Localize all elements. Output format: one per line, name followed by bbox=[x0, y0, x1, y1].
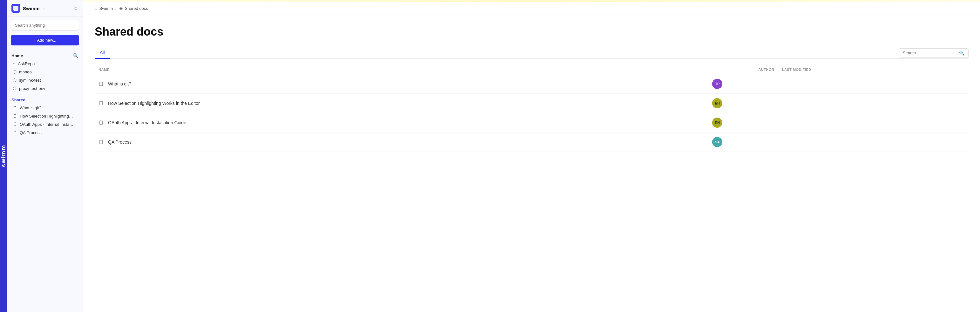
breadcrumb-home-label: Swimm bbox=[99, 6, 113, 11]
breadcrumb-home[interactable]: ⌂ Swimm bbox=[95, 6, 113, 11]
logo-area[interactable]: Swimm ⌄ bbox=[11, 4, 45, 13]
docs-search-input[interactable] bbox=[903, 51, 956, 55]
search-input[interactable] bbox=[11, 20, 79, 30]
sidebar-item-proxy-test-env[interactable]: ⬡ proxy-test-env bbox=[11, 84, 78, 92]
doc-author-cell: EH bbox=[657, 113, 778, 132]
sidebar-item-qa-process-label: QA Process bbox=[20, 130, 41, 135]
collapse-sidebar-button[interactable]: « bbox=[73, 4, 78, 13]
accent-bar-text: swimm bbox=[0, 145, 7, 167]
sidebar-header: Swimm ⌄ « bbox=[7, 0, 83, 17]
sidebar-item-mongo[interactable]: ⬡ mongo bbox=[11, 68, 78, 76]
docs-search-box: 🔍 bbox=[899, 48, 969, 58]
logo-icon bbox=[11, 4, 20, 13]
sidebar-section-home: Home 🔍 ⌂ AskRepo ⬡ mongo ⬡ symlink-test … bbox=[7, 49, 83, 94]
author-avatar: EH bbox=[712, 98, 722, 108]
logo-chevron-icon: ⌄ bbox=[42, 6, 45, 11]
sidebar-item-askrepo-label: AskRepo bbox=[18, 61, 35, 66]
doc-name-cell: 🗒 What is git? bbox=[95, 74, 657, 94]
accent-bar: swimm bbox=[0, 0, 7, 312]
docs-search-icon: 🔍 bbox=[959, 51, 964, 56]
doc-name-cell: 🗒 OAuth Apps - Internal Installation Gui… bbox=[95, 113, 657, 132]
doc-file-icon: 🗒 bbox=[99, 100, 104, 107]
breadcrumb-separator: / bbox=[115, 6, 117, 11]
oauth-apps-icon: 🗒 bbox=[13, 122, 17, 127]
tabs-bar: All 🔍 bbox=[95, 47, 969, 59]
doc-name-cell: 🗒 How Selection Highlighting Works in th… bbox=[95, 94, 657, 113]
logo-icon-inner bbox=[13, 6, 18, 11]
add-new-button[interactable]: + Add new... bbox=[11, 35, 79, 45]
column-header-name: NAME bbox=[95, 65, 657, 74]
sidebar-item-selection-highlighting-label: How Selection Highlighting Works in t... bbox=[20, 114, 74, 118]
author-avatar: TP bbox=[712, 79, 722, 89]
doc-name-label: OAuth Apps - Internal Installation Guide bbox=[108, 120, 186, 125]
doc-name-label: How Selection Highlighting Works in the … bbox=[108, 101, 200, 106]
home-icon: ⌂ bbox=[95, 6, 97, 11]
sidebar-item-symlink-test-label: symlink-test bbox=[19, 78, 41, 83]
column-header-author: AUTHOR bbox=[657, 65, 778, 74]
sidebar-search-container bbox=[11, 20, 79, 30]
sidebar-item-askrepo[interactable]: ⌂ AskRepo bbox=[11, 59, 78, 68]
home-search-icon[interactable]: 🔍 bbox=[73, 53, 78, 58]
doc-author-cell: TP bbox=[657, 74, 778, 94]
askrepo-icon: ⌂ bbox=[13, 61, 15, 66]
sidebar-item-proxy-test-env-label: proxy-test-env bbox=[19, 86, 45, 91]
sidebar-section-shared-title: Shared bbox=[11, 97, 25, 102]
symlink-test-icon: ⬡ bbox=[13, 78, 16, 83]
table-header-row: NAME AUTHOR LAST MODIFIED bbox=[95, 65, 969, 74]
docs-table: NAME AUTHOR LAST MODIFIED 🗒 What is git?… bbox=[95, 65, 969, 152]
table-row[interactable]: 🗒 QA Process SA bbox=[95, 132, 969, 152]
content-area: Shared docs All 🔍 NAME AUTHOR LAST MODIF… bbox=[83, 15, 980, 312]
main-content: ⌂ Swimm / ⊕ Shared docs Shared docs All … bbox=[83, 0, 980, 312]
sidebar-item-qa-process[interactable]: 🗒 QA Process bbox=[11, 128, 78, 137]
doc-author-cell: EH bbox=[657, 94, 778, 113]
page-title: Shared docs bbox=[95, 25, 969, 38]
column-header-last-modified: LAST MODIFIED bbox=[778, 65, 969, 74]
breadcrumb-current-label: Shared docs bbox=[125, 6, 148, 11]
table-row[interactable]: 🗒 OAuth Apps - Internal Installation Gui… bbox=[95, 113, 969, 132]
tabs-left: All bbox=[95, 47, 110, 59]
doc-name-cell: 🗒 QA Process bbox=[95, 132, 657, 152]
sidebar-item-oauth-apps-label: OAuth Apps - Internal Installation Gui..… bbox=[20, 122, 74, 127]
qa-process-icon: 🗒 bbox=[13, 130, 17, 135]
sidebar-section-home-title: Home bbox=[11, 53, 23, 58]
sidebar-item-what-is-git[interactable]: 🗒 What is git? bbox=[11, 103, 78, 112]
doc-file-icon: 🗒 bbox=[99, 119, 104, 126]
sidebar: Swimm ⌄ « + Add new... Home 🔍 ⌂ AskRepo … bbox=[7, 0, 83, 312]
sidebar-section-home-header: Home 🔍 bbox=[11, 52, 78, 59]
selection-highlighting-icon: 🗒 bbox=[13, 113, 17, 118]
mongo-icon: ⬡ bbox=[13, 69, 16, 74]
doc-name-label: QA Process bbox=[108, 140, 132, 145]
sidebar-item-oauth-apps[interactable]: 🗒 OAuth Apps - Internal Installation Gui… bbox=[11, 120, 78, 128]
author-avatar: SA bbox=[712, 137, 722, 147]
shared-docs-icon: ⊕ bbox=[119, 6, 123, 11]
doc-file-icon: 🗒 bbox=[99, 139, 104, 145]
sidebar-item-what-is-git-label: What is git? bbox=[20, 105, 41, 110]
doc-author-cell: SA bbox=[657, 132, 778, 152]
sidebar-item-mongo-label: mongo bbox=[19, 70, 32, 74]
sidebar-item-symlink-test[interactable]: ⬡ symlink-test bbox=[11, 76, 78, 84]
tab-all[interactable]: All bbox=[95, 47, 110, 59]
doc-last-modified-cell bbox=[778, 94, 969, 113]
logo-name: Swimm bbox=[23, 6, 40, 11]
what-is-git-icon: 🗒 bbox=[13, 105, 17, 110]
sidebar-section-shared: Shared 🗒 What is git? 🗒 How Selection Hi… bbox=[7, 94, 83, 138]
doc-last-modified-cell bbox=[778, 113, 969, 132]
author-avatar: EH bbox=[712, 118, 722, 128]
breadcrumb: ⌂ Swimm / ⊕ Shared docs bbox=[83, 2, 980, 15]
table-row[interactable]: 🗒 What is git? TP bbox=[95, 74, 969, 94]
doc-last-modified-cell bbox=[778, 74, 969, 94]
doc-file-icon: 🗒 bbox=[99, 81, 104, 88]
doc-last-modified-cell bbox=[778, 132, 969, 152]
doc-name-label: What is git? bbox=[108, 81, 131, 86]
sidebar-item-selection-highlighting[interactable]: 🗒 How Selection Highlighting Works in t.… bbox=[11, 112, 78, 120]
sidebar-section-shared-header: Shared bbox=[11, 96, 78, 103]
breadcrumb-current: ⊕ Shared docs bbox=[119, 6, 148, 11]
proxy-test-env-icon: ⬡ bbox=[13, 86, 16, 91]
table-row[interactable]: 🗒 How Selection Highlighting Works in th… bbox=[95, 94, 969, 113]
